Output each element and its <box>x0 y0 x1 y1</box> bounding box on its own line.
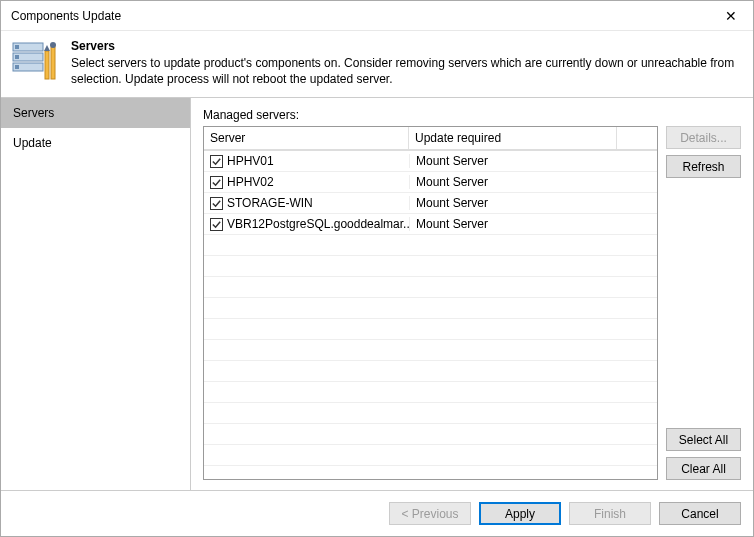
content: Managed servers: Server Update required … <box>191 98 753 490</box>
update-required: Mount Server <box>409 196 617 210</box>
column-header-update[interactable]: Update required <box>409 127 617 149</box>
row-checkbox[interactable] <box>210 197 223 210</box>
update-required: Mount Server <box>409 154 617 168</box>
sidebar-item-label: Servers <box>13 106 54 120</box>
row-checkbox[interactable] <box>210 155 223 168</box>
details-button[interactable]: Details... <box>666 126 741 149</box>
servers-icon <box>11 37 59 85</box>
server-name: HPHV01 <box>227 154 274 168</box>
table-row-empty <box>204 403 657 424</box>
table-row-empty <box>204 382 657 403</box>
server-name: VBR12PostgreSQL.gooddealmar... <box>227 217 409 231</box>
column-header-spacer <box>617 127 657 149</box>
select-all-button[interactable]: Select All <box>666 428 741 451</box>
table-row-empty <box>204 235 657 256</box>
server-name: STORAGE-WIN <box>227 196 313 210</box>
update-required: Mount Server <box>409 175 617 189</box>
sidebar: Servers Update <box>1 98 191 490</box>
svg-rect-5 <box>15 65 19 69</box>
cancel-button[interactable]: Cancel <box>659 502 741 525</box>
row-checkbox[interactable] <box>210 176 223 189</box>
clear-all-button[interactable]: Clear All <box>666 457 741 480</box>
table-row-empty <box>204 340 657 361</box>
table-row-empty <box>204 424 657 445</box>
managed-servers-label: Managed servers: <box>203 108 741 122</box>
sidebar-item-servers[interactable]: Servers <box>1 98 190 128</box>
titlebar: Components Update ✕ <box>1 1 753 31</box>
header-description: Select servers to update product's compo… <box>71 55 743 87</box>
svg-rect-6 <box>45 51 49 79</box>
table-row-empty <box>204 445 657 466</box>
servers-table: Server Update required HPHV01 Mount Serv… <box>203 126 658 480</box>
apply-button[interactable]: Apply <box>479 502 561 525</box>
sidebar-item-label: Update <box>13 136 52 150</box>
body: Servers Update Managed servers: Server U… <box>1 97 753 490</box>
sidebar-item-update[interactable]: Update <box>1 128 190 158</box>
table-row-empty <box>204 298 657 319</box>
table-row-empty <box>204 361 657 382</box>
svg-rect-7 <box>51 47 55 79</box>
header-heading: Servers <box>71 39 743 53</box>
table-body: HPHV01 Mount Server HPHV02 Mount Server <box>204 150 657 479</box>
table-row[interactable]: VBR12PostgreSQL.gooddealmar... Mount Ser… <box>204 214 657 235</box>
table-row-empty <box>204 466 657 479</box>
svg-rect-4 <box>15 55 19 59</box>
refresh-button[interactable]: Refresh <box>666 155 741 178</box>
table-row-empty <box>204 319 657 340</box>
svg-point-8 <box>50 42 56 48</box>
window-title: Components Update <box>11 9 121 23</box>
table-row[interactable]: STORAGE-WIN Mount Server <box>204 193 657 214</box>
footer: < Previous Apply Finish Cancel <box>1 490 753 536</box>
update-required: Mount Server <box>409 217 617 231</box>
components-update-dialog: Components Update ✕ Servers Select serve… <box>0 0 754 537</box>
finish-button[interactable]: Finish <box>569 502 651 525</box>
table-row[interactable]: HPHV01 Mount Server <box>204 151 657 172</box>
table-header: Server Update required <box>204 127 657 150</box>
table-row[interactable]: HPHV02 Mount Server <box>204 172 657 193</box>
table-row-empty <box>204 256 657 277</box>
previous-button[interactable]: < Previous <box>389 502 471 525</box>
row-checkbox[interactable] <box>210 218 223 231</box>
close-button[interactable]: ✕ <box>709 2 753 30</box>
column-header-server[interactable]: Server <box>204 127 409 149</box>
server-name: HPHV02 <box>227 175 274 189</box>
svg-rect-3 <box>15 45 19 49</box>
header-text: Servers Select servers to update product… <box>71 37 743 87</box>
side-buttons: Details... Refresh Select All Clear All <box>666 126 741 480</box>
header: Servers Select servers to update product… <box>1 31 753 97</box>
table-row-empty <box>204 277 657 298</box>
